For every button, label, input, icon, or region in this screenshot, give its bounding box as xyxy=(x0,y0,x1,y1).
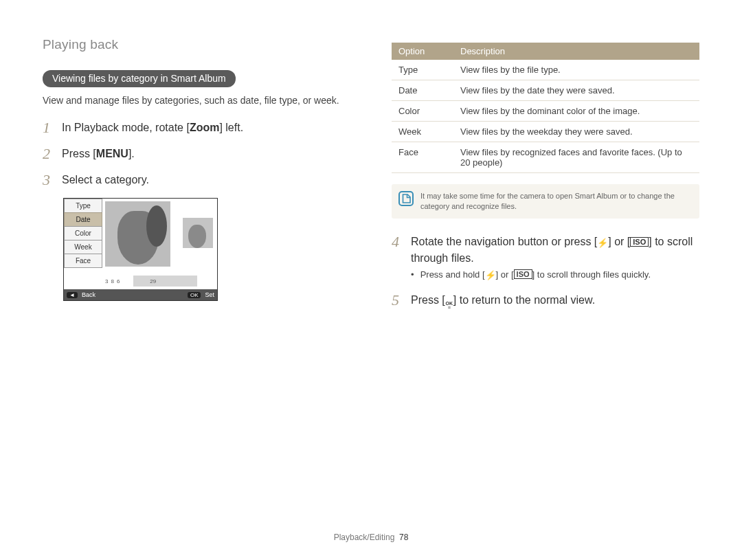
step-text: ] left. xyxy=(219,122,243,133)
back-label: Back xyxy=(82,291,95,298)
substep-text: ] to scroll through files quickly. xyxy=(532,269,651,280)
step-text: ] or [ xyxy=(608,236,630,247)
note-text: It may take some time for the camera to … xyxy=(420,192,675,210)
step-number: 3 xyxy=(43,172,55,188)
step-text: In Playback mode, rotate [ xyxy=(62,122,190,133)
cell-option: Week xyxy=(392,122,453,142)
step-bold: Zoom xyxy=(190,122,220,133)
step-4: 4 Rotate the navigation button or press … xyxy=(392,234,699,282)
back-key-icon: ◄ xyxy=(67,292,78,298)
ok-menu-icon: OK≡ xyxy=(445,302,453,310)
substep-text: Press and hold [ xyxy=(420,269,485,280)
note-box: It may take some time for the camera to … xyxy=(392,184,699,219)
footer-label: Playback/Editing xyxy=(334,533,395,542)
table-row: Week View files by the weekday they were… xyxy=(392,122,699,142)
step-number: 4 xyxy=(392,234,404,282)
preview-photo-large xyxy=(105,201,170,267)
section-pill: Viewing files by category in Smart Album xyxy=(43,70,236,87)
table-row: Color View files by the dominant color o… xyxy=(392,101,699,122)
step-2: 2 Press [MENU]. xyxy=(43,146,350,162)
step-3: 3 Select a category. xyxy=(43,172,350,188)
flash-icon: ⚡ xyxy=(597,237,608,250)
step-text: Press [ xyxy=(411,294,445,306)
iso-icon: ISO xyxy=(630,237,649,247)
cell-description: View files by the date they were saved. xyxy=(453,80,699,101)
step-text: ] to return to the normal view. xyxy=(453,294,595,306)
camera-menu: Type Date Color Week Face xyxy=(64,199,102,289)
cell-description: View files by the dominant color of the … xyxy=(453,101,699,122)
cell-description: View files by the file type. xyxy=(453,60,699,80)
camera-preview: 3 8 6 29 xyxy=(102,199,217,289)
camera-bottom-bar: ◄ Back OK Set xyxy=(64,289,217,300)
camera-timeline: 3 8 6 29 xyxy=(105,276,214,287)
flash-icon: ⚡ xyxy=(485,269,496,282)
step-text: Select a category. xyxy=(62,174,149,186)
page-title: Playing back xyxy=(43,37,350,52)
camera-menu-item-active: Date xyxy=(64,212,102,226)
step-text: Press [ xyxy=(62,148,96,159)
cell-option: Face xyxy=(392,142,453,173)
camera-menu-item: Week xyxy=(64,240,102,254)
step-number: 5 xyxy=(392,292,404,310)
camera-menu-item: Face xyxy=(64,254,102,268)
intro-text: View and manage files by categories, suc… xyxy=(43,94,350,107)
table-header-description: Description xyxy=(453,43,699,60)
camera-menu-item: Color xyxy=(64,226,102,240)
cell-description: View files by recognized faces and favor… xyxy=(453,142,699,173)
note-icon xyxy=(398,191,414,206)
page-footer: Playback/Editing 78 xyxy=(0,533,742,542)
cell-option: Date xyxy=(392,80,453,101)
table-header-option: Option xyxy=(392,43,453,60)
step-number: 2 xyxy=(43,146,55,162)
camera-menu-item: Type xyxy=(64,199,102,212)
cell-option: Color xyxy=(392,101,453,122)
table-row: Date View files by the date they were sa… xyxy=(392,80,699,101)
step-text: Rotate the navigation button or press [ xyxy=(411,236,597,247)
cell-option: Type xyxy=(392,60,453,80)
set-label: Set xyxy=(205,291,214,298)
iso-icon: ISO xyxy=(514,269,532,279)
step-bold: MENU xyxy=(96,148,128,159)
step-text: ]. xyxy=(128,148,135,159)
page-number: 78 xyxy=(399,533,408,542)
preview-photo-small xyxy=(183,218,213,248)
step-5: 5 Press [OK≡] to return to the normal vi… xyxy=(392,292,699,310)
substep: • Press and hold [⚡] or [ISO] to scroll … xyxy=(411,269,699,282)
step-number: 1 xyxy=(43,120,55,136)
step-1: 1 In Playback mode, rotate [Zoom] left. xyxy=(43,120,350,136)
substep-text: ] or [ xyxy=(496,269,514,280)
table-row: Type View files by the file type. xyxy=(392,60,699,80)
cell-description: View files by the weekday they were save… xyxy=(453,122,699,142)
camera-ui-figure: Type Date Color Week Face 3 8 6 29 xyxy=(63,198,218,301)
set-key-icon: OK xyxy=(188,292,201,298)
options-table: Option Description Type View files by th… xyxy=(392,43,699,173)
table-row: Face View files by recognized faces and … xyxy=(392,142,699,173)
